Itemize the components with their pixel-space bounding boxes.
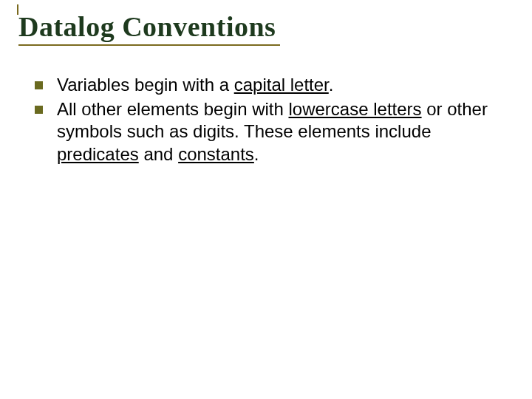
slide: Datalog Conventions Variables begin with… xyxy=(0,0,532,399)
list-item: Variables begin with a capital letter. xyxy=(35,74,506,97)
underline-run: capital letter xyxy=(234,75,329,95)
square-bullet-icon xyxy=(35,106,43,114)
text-run: Variables xyxy=(57,75,129,95)
text-run: begin with a xyxy=(129,75,233,95)
underline-run: lowercase letters xyxy=(289,99,422,119)
underline-run: constants xyxy=(178,144,254,164)
text-run: . xyxy=(254,144,259,164)
bullet-list: Variables begin with a capital letter. A… xyxy=(18,74,514,166)
square-bullet-icon xyxy=(35,81,43,89)
text-run: All other elements begin with xyxy=(57,99,289,119)
title-rule-tick xyxy=(17,4,18,15)
list-item: All other elements begin with lowercase … xyxy=(35,98,506,166)
title-container: Datalog Conventions xyxy=(18,10,280,46)
underline-run: predicates xyxy=(57,144,139,164)
slide-title: Datalog Conventions xyxy=(18,10,276,43)
text-run: and xyxy=(139,144,178,164)
text-run: . xyxy=(329,75,334,95)
